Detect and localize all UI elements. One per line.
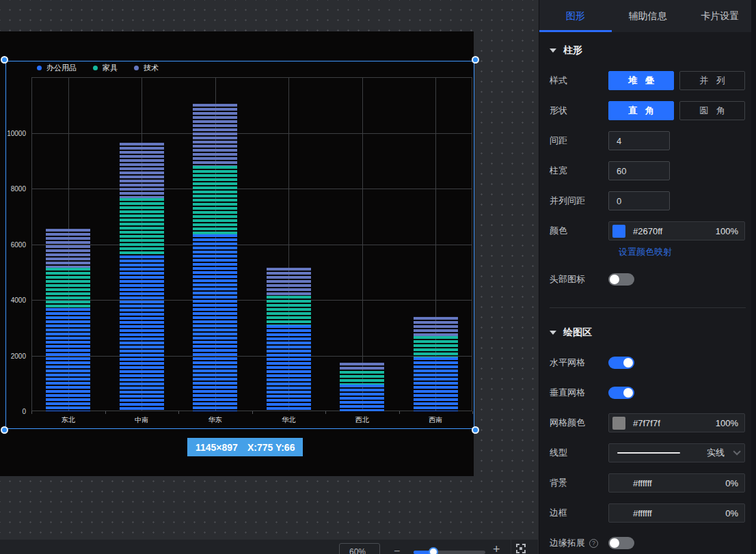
tab-graphic[interactable]: 图形 xyxy=(539,0,612,32)
row-bar-width: 柱宽 xyxy=(550,161,746,180)
v-grid-label: 垂直网格 xyxy=(550,387,608,399)
badge-dimensions: 1145×897 xyxy=(195,442,238,453)
border-color-swatch[interactable] xyxy=(612,507,625,520)
shape-label: 形状 xyxy=(550,105,608,117)
fit-to-screen-icon[interactable] xyxy=(516,544,526,553)
resize-handle-top-right[interactable] xyxy=(472,56,479,64)
border-label: 边框 xyxy=(550,507,608,519)
row-background: 背景 #ffffff 0% xyxy=(550,473,746,493)
row-horizontal-grid: 水平网格 xyxy=(550,353,746,372)
toolbar-divider xyxy=(511,540,511,554)
row-gap: 间距 xyxy=(550,131,746,150)
section-title: 绘图区 xyxy=(563,327,592,339)
collapse-triangle-icon xyxy=(550,331,556,335)
line-type-value: 实线 xyxy=(707,447,725,459)
resize-handle-top-left[interactable] xyxy=(1,56,8,64)
row-line-type: 线型 实线 xyxy=(550,443,746,462)
zoom-out-button[interactable]: − xyxy=(394,545,400,554)
row-color: 颜色 #2670ff 100% xyxy=(550,221,746,240)
shape-rounded-button[interactable]: 圆 角 xyxy=(679,101,745,120)
background-color-hex: #ffffff xyxy=(633,478,725,488)
background-label: 背景 xyxy=(550,477,608,489)
horizontal-grid-toggle[interactable] xyxy=(608,357,634,369)
bar-color-hex: #2670ff xyxy=(633,226,716,236)
grid-color-field[interactable]: #7f7f7f 100% xyxy=(608,413,745,432)
border-opacity: 0% xyxy=(725,508,738,518)
chart-selection-rect[interactable] xyxy=(5,61,474,429)
set-color-mapping-link[interactable]: 设置颜色映射 xyxy=(619,247,672,257)
panel-scrollbar[interactable] xyxy=(751,0,756,554)
zoom-slider[interactable] xyxy=(414,551,485,554)
background-color-swatch[interactable] xyxy=(612,477,625,490)
zoom-slider-knob[interactable] xyxy=(429,547,438,554)
side-gap-input[interactable] xyxy=(608,191,670,210)
row-vertical-grid: 垂直网格 xyxy=(550,383,746,402)
zoom-toolbar: 60% − + xyxy=(0,540,538,554)
bar-color-opacity: 100% xyxy=(716,226,738,236)
bar-width-label: 柱宽 xyxy=(550,165,608,177)
tab-card-settings[interactable]: 卡片设置 xyxy=(684,0,756,32)
background-color-field[interactable]: #ffffff 0% xyxy=(608,473,745,493)
badge-position: X:775 Y:66 xyxy=(247,442,295,453)
grid-color-hex: #7f7f7f xyxy=(633,418,716,428)
vertical-grid-toggle[interactable] xyxy=(608,387,634,399)
h-grid-label: 水平网格 xyxy=(550,357,608,369)
gap-label: 间距 xyxy=(550,135,608,147)
collapse-triangle-icon xyxy=(550,49,556,53)
border-color-hex: #ffffff xyxy=(633,508,725,518)
line-type-select[interactable]: 实线 xyxy=(608,443,745,462)
row-color-map: 设置颜色映射 xyxy=(619,245,746,258)
solid-line-sample xyxy=(617,452,680,454)
resize-handle-bottom-right[interactable] xyxy=(472,426,479,434)
selection-size-badge: 1145×897 X:775 Y:66 xyxy=(187,438,303,456)
side-gap-label: 并列间距 xyxy=(550,195,608,207)
line-type-label: 线型 xyxy=(550,447,608,459)
head-icon-label: 头部图标 xyxy=(550,273,608,286)
resize-handle-bottom-left[interactable] xyxy=(1,426,8,434)
section-header-bar[interactable]: 柱形 xyxy=(550,44,746,57)
chevron-down-icon xyxy=(733,447,740,455)
tab-auxiliary-info[interactable]: 辅助信息 xyxy=(612,0,684,32)
row-edge-expand: 边缘拓展 ? xyxy=(550,534,746,553)
grid-color-opacity: 100% xyxy=(716,418,738,428)
panel-tab-bar: 图形 辅助信息 卡片设置 xyxy=(539,0,756,32)
bar-color-field[interactable]: #2670ff 100% xyxy=(608,221,745,240)
section-header-plot-area[interactable]: 绘图区 xyxy=(550,327,746,339)
border-color-field[interactable]: #ffffff 0% xyxy=(608,503,745,523)
row-shape: 形状 直 角 圆 角 xyxy=(550,101,746,120)
canvas-editor-area[interactable]: 办公用品家具技术0200040006000800010000东北中南华东华北西北… xyxy=(0,0,538,554)
help-icon[interactable]: ? xyxy=(589,539,598,548)
row-border: 边框 #ffffff 0% xyxy=(550,503,746,523)
color-label: 颜色 xyxy=(550,225,608,237)
row-side-gap: 并列间距 xyxy=(550,191,746,210)
gap-input[interactable] xyxy=(608,131,670,150)
zoom-in-button[interactable]: + xyxy=(493,542,500,554)
row-style: 样式 堆 叠 并 列 xyxy=(550,71,746,90)
style-side-by-side-button[interactable]: 并 列 xyxy=(679,71,745,90)
active-tab-underline xyxy=(539,30,612,32)
bar-width-input[interactable] xyxy=(608,161,670,180)
background-opacity: 0% xyxy=(725,478,738,488)
row-grid-color: 网格颜色 #7f7f7f 100% xyxy=(550,413,746,432)
edge-expand-label: 边缘拓展 ? xyxy=(550,537,608,549)
settings-panel: 图形 辅助信息 卡片设置 柱形 样式 堆 叠 并 列 形状 直 角 圆 角 间距 xyxy=(539,0,756,554)
edge-expand-toggle[interactable] xyxy=(608,537,634,549)
style-stacked-button[interactable]: 堆 叠 xyxy=(608,71,674,90)
style-label: 样式 xyxy=(550,74,608,87)
bar-color-swatch[interactable] xyxy=(612,225,625,238)
row-head-icon: 头部图标 xyxy=(550,270,746,289)
shape-right-angle-button[interactable]: 直 角 xyxy=(608,101,674,120)
section-divider xyxy=(550,307,746,308)
grid-color-swatch[interactable] xyxy=(612,417,625,430)
head-icon-toggle[interactable] xyxy=(608,273,634,286)
zoom-level-select[interactable]: 60% xyxy=(339,543,380,554)
grid-color-label: 网格颜色 xyxy=(550,417,608,429)
panel-content: 柱形 样式 堆 叠 并 列 形状 直 角 圆 角 间距 柱宽 并列间距 xyxy=(539,32,756,553)
section-title: 柱形 xyxy=(563,44,582,57)
